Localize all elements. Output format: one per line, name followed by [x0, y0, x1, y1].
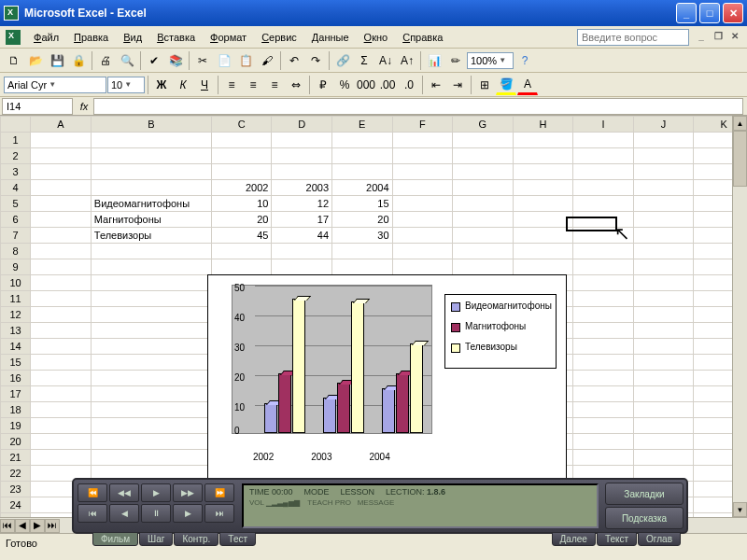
col-header-E[interactable]: E — [332, 117, 393, 133]
wb-close[interactable]: ✕ — [728, 31, 741, 44]
new-button[interactable]: 🗋 — [4, 50, 24, 71]
cell-J15[interactable] — [633, 355, 694, 371]
tab-next[interactable]: ▶ — [30, 519, 45, 533]
sort-desc-button[interactable]: A↑ — [397, 50, 417, 71]
row-header-4[interactable]: 4 — [1, 180, 31, 196]
cell-C8[interactable] — [211, 244, 272, 259]
percent-button[interactable]: % — [334, 75, 355, 95]
font-color-button[interactable]: A — [517, 75, 538, 95]
col-header-C[interactable]: C — [211, 117, 272, 133]
cell-B21[interactable] — [91, 450, 211, 466]
player-next[interactable]: ▶▶ — [173, 483, 203, 502]
cell-H3[interactable] — [513, 164, 573, 180]
tab-last[interactable]: ⏭ — [45, 519, 60, 533]
cell-A13[interactable] — [31, 323, 92, 339]
cell-J17[interactable] — [633, 386, 694, 402]
cell-E7[interactable]: 30 — [332, 228, 393, 244]
cell-F6[interactable] — [392, 212, 453, 228]
cell-A3[interactable] — [31, 164, 92, 180]
cell-A11[interactable] — [31, 291, 92, 307]
cell-D7[interactable]: 44 — [272, 228, 332, 244]
row-header-3[interactable]: 3 — [1, 164, 31, 180]
cell-J11[interactable] — [633, 291, 694, 307]
cell-J5[interactable] — [633, 196, 694, 212]
paste-button[interactable]: 📋 — [235, 50, 256, 71]
bold-button[interactable]: Ж — [151, 75, 172, 95]
cell-A12[interactable] — [31, 307, 92, 323]
cell-A4[interactable] — [31, 180, 92, 196]
wb-minimize[interactable]: _ — [695, 31, 708, 44]
cell-I9[interactable] — [573, 259, 634, 275]
cell-B10[interactable] — [91, 275, 211, 291]
cell-A9[interactable] — [31, 259, 92, 275]
cell-A20[interactable] — [31, 434, 92, 450]
cell-A2[interactable] — [31, 148, 92, 164]
cell-F3[interactable] — [392, 164, 453, 180]
cell-B14[interactable] — [91, 339, 211, 355]
scroll-thumb[interactable] — [733, 131, 747, 187]
player-bookmarks-button[interactable]: Закладки — [605, 483, 684, 505]
cell-D3[interactable] — [272, 164, 332, 180]
cell-D1[interactable] — [272, 133, 332, 148]
ask-question-input[interactable] — [577, 29, 689, 46]
app-icon[interactable] — [6, 30, 21, 45]
cell-J18[interactable] — [633, 402, 694, 418]
cell-I4[interactable] — [573, 180, 634, 196]
cell-I17[interactable] — [573, 386, 634, 402]
cell-A21[interactable] — [31, 450, 92, 466]
cell-C6[interactable]: 20 — [211, 212, 272, 228]
row-header-23[interactable]: 23 — [1, 482, 31, 497]
cell-D5[interactable]: 12 — [272, 196, 332, 212]
row-header-5[interactable]: 5 — [1, 196, 31, 212]
player-tab-exam[interactable]: Тест — [219, 532, 256, 546]
undo-button[interactable]: ↶ — [284, 50, 304, 71]
cell-I1[interactable] — [573, 133, 634, 148]
row-header-15[interactable]: 15 — [1, 355, 31, 371]
cell-A1[interactable] — [31, 133, 92, 148]
row-header-18[interactable]: 18 — [1, 402, 31, 418]
col-header-A[interactable]: A — [31, 117, 92, 133]
font-name-combo[interactable]: Arial Cyr▼ — [4, 77, 106, 93]
cell-G6[interactable] — [453, 212, 514, 228]
merge-center-button[interactable]: ⇔ — [286, 75, 306, 95]
formula-input[interactable] — [93, 98, 743, 115]
player-tab-film[interactable]: Фильм — [92, 532, 138, 546]
player-pause[interactable]: ⏸ — [141, 504, 171, 523]
borders-button[interactable]: ⊞ — [474, 75, 495, 95]
cell-E9[interactable] — [332, 259, 393, 275]
cell-J2[interactable] — [633, 148, 694, 164]
cell-F7[interactable] — [392, 228, 453, 244]
cell-I2[interactable] — [573, 148, 634, 164]
cell-I11[interactable] — [573, 291, 634, 307]
cell-I3[interactable] — [573, 164, 634, 180]
drawing-button[interactable]: ✏ — [445, 50, 466, 71]
spellcheck-button[interactable]: ✔ — [144, 50, 164, 71]
help-button[interactable]: ? — [514, 50, 535, 71]
vertical-scrollbar[interactable]: ▲ ▼ — [732, 116, 747, 517]
player-rewind[interactable]: ⏪ — [78, 483, 107, 502]
player-end[interactable]: ⏭ — [204, 504, 234, 523]
print-button[interactable]: 🖨 — [95, 50, 116, 71]
player-tab-next[interactable]: Далее — [552, 532, 596, 546]
cell-D9[interactable] — [272, 259, 332, 275]
decrease-indent-button[interactable]: ⇤ — [426, 75, 446, 95]
cell-E6[interactable]: 20 — [332, 212, 393, 228]
col-header-G[interactable]: G — [453, 117, 514, 133]
cell-B1[interactable] — [91, 133, 211, 148]
align-center-button[interactable]: ≡ — [243, 75, 263, 95]
cell-B9[interactable] — [91, 259, 211, 275]
cell-G7[interactable] — [453, 228, 514, 244]
minimize-button[interactable]: _ — [676, 3, 697, 23]
row-header-10[interactable]: 10 — [1, 275, 31, 291]
maximize-button[interactable]: □ — [699, 3, 720, 23]
cell-F2[interactable] — [392, 148, 453, 164]
cell-I12[interactable] — [573, 307, 634, 323]
chart-wizard-button[interactable]: 📊 — [424, 50, 444, 71]
cell-A8[interactable] — [31, 244, 92, 259]
cell-B8[interactable] — [91, 244, 211, 259]
cell-G2[interactable] — [453, 148, 514, 164]
cell-B15[interactable] — [91, 355, 211, 371]
menu-file[interactable]: Файл — [26, 30, 66, 45]
row-header-21[interactable]: 21 — [1, 450, 31, 466]
cut-button[interactable]: ✂ — [192, 50, 213, 71]
